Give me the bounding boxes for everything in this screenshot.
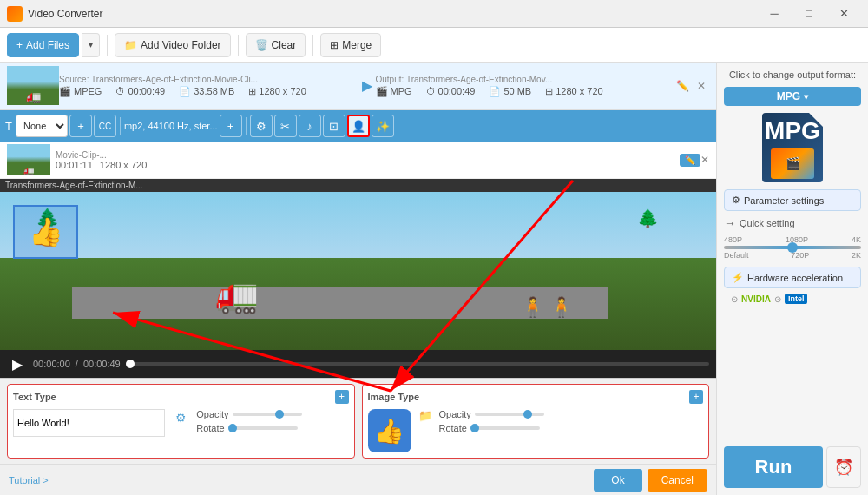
close-button[interactable]: ✕ — [826, 0, 861, 28]
text-type-select[interactable]: None — [16, 115, 68, 137]
source-duration: ⏱ 00:00:49 — [115, 86, 165, 97]
res-default-label: Default — [724, 251, 749, 260]
minimize-button[interactable]: ─ — [757, 0, 792, 28]
enhance-btn[interactable]: ✨ — [372, 115, 394, 137]
image-opacity-slider[interactable] — [475, 412, 544, 416]
crop-btn[interactable]: ⊡ — [323, 115, 345, 137]
close-file-button[interactable]: ✕ — [694, 78, 709, 94]
add-video-folder-button[interactable]: 📁 Add Video Folder — [115, 33, 231, 57]
output-resolution: ⊞ 1280 x 720 — [545, 86, 602, 97]
run-button[interactable]: Run — [724, 446, 823, 488]
scene-truck: 🚛 — [215, 274, 259, 315]
settings-btn[interactable]: ⚙ — [250, 115, 273, 137]
second-file-resolution: 1280 x 720 — [100, 160, 147, 170]
output-res-value: 1280 x 720 — [556, 86, 602, 96]
scene-sky — [0, 192, 716, 263]
file-row-2[interactable]: 🚛 Movie-Clip-... 00:01:11 1280 x 720 ✏️ … — [0, 142, 716, 179]
add-files-label: Add Files — [26, 39, 69, 51]
nvidia-icon: ⊙ — [731, 294, 738, 304]
intel-badge: Intel — [785, 294, 808, 304]
text-watermark-input[interactable] — [13, 409, 165, 437]
scene-people: 🧍 🧍 — [521, 296, 573, 319]
rotate-slider[interactable] — [228, 426, 298, 430]
toolbar-separator-3 — [312, 35, 313, 56]
parameter-settings-button[interactable]: ⚙ Parameter settings — [724, 189, 861, 211]
format-dropdown-arrow: ▾ — [804, 92, 808, 102]
image-rotate-slider[interactable] — [470, 426, 540, 430]
format-selector[interactable]: MPG ▾ — [724, 87, 861, 106]
tutorial-link[interactable]: Tutorial > — [9, 475, 49, 485]
edit-file-2-btn[interactable]: ✏️ — [680, 154, 700, 167]
progress-thumb — [126, 360, 135, 368]
add-text-watermark-btn[interactable]: + — [335, 390, 349, 404]
size-icon: 📄 — [179, 86, 191, 97]
format-preview: MPG 🎬 — [724, 113, 861, 182]
clock-icon-out: ⏱ — [426, 86, 436, 96]
clear-button[interactable]: 🗑️ Clear — [246, 33, 306, 57]
merge-button[interactable]: ⊞ Merge — [320, 33, 381, 57]
output-label: Output: Transformers-Age-of-Extinction-M… — [376, 75, 675, 84]
param-settings-label: Parameter settings — [744, 195, 824, 206]
text-watermark-box — [13, 409, 165, 437]
progress-bar[interactable] — [126, 362, 709, 366]
toolbar-separator-2 — [238, 35, 239, 56]
format-icon-small: 🎬 — [59, 86, 71, 97]
resolution-slider[interactable] — [724, 246, 861, 249]
opacity-label: Opacity — [196, 409, 228, 419]
text-controls: Opacity Rotate — [196, 409, 348, 437]
cc-btn[interactable]: CC — [94, 115, 116, 137]
cancel-button[interactable]: Cancel — [648, 469, 707, 492]
alarm-button[interactable]: ⏰ — [826, 446, 861, 488]
hardware-acceleration-button[interactable]: ⚡ Hardware acceleration — [724, 267, 861, 288]
source-resolution: ⊞ 1280 x 720 — [248, 86, 306, 97]
add-files-dropdown[interactable]: ▾ — [82, 33, 100, 57]
video-area: Transformers-Age-of-Extinction-M... 🚛 🧍 … — [0, 179, 716, 378]
video-controls: ▶ 00:00:00 / 00:00:49 — [0, 350, 716, 378]
maximize-button[interactable]: □ — [792, 0, 826, 28]
video-screen[interactable]: 🚛 🧍 🧍 🌲 🌲 👍 — [0, 192, 716, 350]
file-row-2-info: Movie-Clip-... 00:01:11 1280 x 720 — [56, 150, 680, 170]
add-image-watermark-btn[interactable]: + — [689, 390, 703, 404]
et-sep-1 — [120, 117, 121, 135]
left-panel: Source: Transformers-Age-of-Extinction-M… — [0, 63, 716, 495]
output-duration: ⏱ 00:00:49 — [426, 86, 476, 97]
folder-icon: 📁 — [124, 39, 137, 51]
res-icon-out: ⊞ — [545, 86, 553, 97]
et-sep-2 — [246, 117, 247, 135]
second-file-duration: 00:01:11 — [56, 160, 93, 170]
time-sep: / — [76, 359, 78, 369]
opacity-slider[interactable] — [233, 412, 302, 416]
image-folder-btn[interactable]: 📁 — [418, 409, 432, 422]
thumbs-up-icon: 👍 — [374, 417, 404, 446]
text-panel-title: Text Type — [13, 392, 56, 402]
edit-output-button[interactable]: ✏️ — [674, 78, 690, 94]
watermark-btn[interactable]: 👤 — [347, 115, 370, 137]
intel-icon: ⊙ — [774, 294, 781, 304]
clear-icon: 🗑️ — [255, 39, 268, 51]
hw-icon: ⚡ — [732, 272, 744, 283]
add-video-folder-label: Add Video Folder — [141, 39, 221, 51]
ok-button[interactable]: Ok — [594, 469, 641, 492]
source-label: Source: Transformers-Age-of-Extinction-M… — [59, 75, 358, 84]
cut-btn[interactable]: ✂ — [274, 115, 297, 137]
format-icon-out: 🎬 — [376, 86, 388, 97]
source-size-value: 33.58 MB — [194, 86, 234, 96]
thumbs-up-preview: 👍 — [29, 215, 63, 248]
add-files-button[interactable]: + Add Files — [7, 33, 79, 57]
add-text-btn[interactable]: + — [69, 115, 92, 137]
person-1-icon: 🧍 — [521, 296, 544, 319]
output-format-label: Click to change output format: — [724, 69, 861, 80]
add-audio-btn[interactable]: + — [220, 115, 242, 137]
text-gear-btn[interactable]: ⚙ — [172, 409, 189, 426]
merge-label: Merge — [342, 39, 372, 51]
output-size: 📄 50 MB — [489, 86, 531, 97]
file-meta-source: 🎬 MPEG ⏱ 00:00:49 📄 33.58 MB ⊞ — [59, 86, 358, 97]
audio-wave-btn[interactable]: ♪ — [299, 115, 321, 137]
close-file-2-btn[interactable]: ✕ — [700, 154, 709, 166]
plus-icon: + — [16, 39, 23, 51]
nvidia-badge: NVIDIA — [741, 294, 771, 304]
alarm-icon: ⏰ — [834, 458, 853, 477]
format-preview-thumb: 🎬 — [771, 148, 814, 179]
file-row-1[interactable]: Source: Transformers-Age-of-Extinction-M… — [0, 63, 716, 109]
play-button[interactable]: ▶ — [7, 353, 28, 374]
